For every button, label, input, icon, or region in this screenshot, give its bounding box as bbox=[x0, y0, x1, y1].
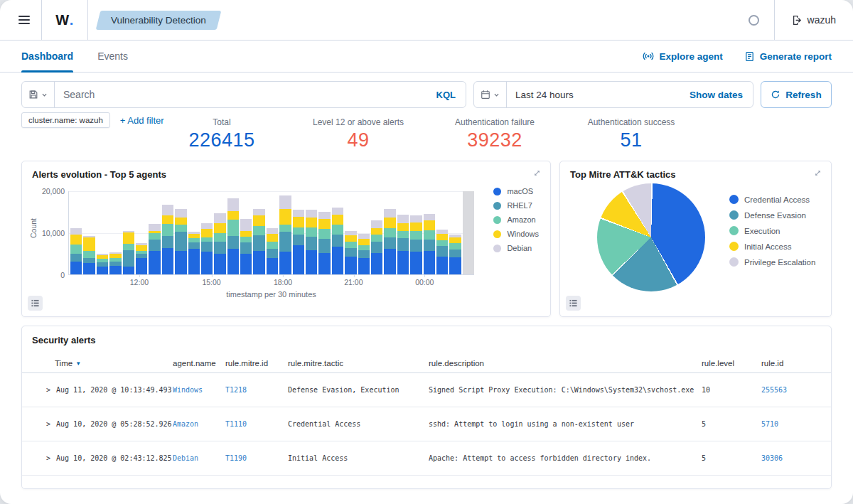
stat-label: Authentication success bbox=[563, 117, 699, 127]
bar-segment-rhel7 bbox=[279, 232, 291, 252]
explore-agent-button[interactable]: Explore agent bbox=[643, 50, 722, 62]
inspect-visualization-button[interactable] bbox=[28, 296, 43, 311]
bar-segment-macos bbox=[162, 248, 173, 274]
legend-item-windows[interactable]: Windows bbox=[493, 230, 539, 238]
bar-segment-macos bbox=[240, 254, 252, 274]
stacked-bar[interactable] bbox=[188, 191, 200, 274]
stacked-bar[interactable] bbox=[318, 191, 330, 274]
bar-plot[interactable] bbox=[68, 191, 474, 275]
legend-label: RHEL7 bbox=[507, 201, 532, 210]
bar-segment-macos bbox=[345, 257, 356, 274]
bar-segment-debian bbox=[397, 215, 409, 222]
legend-item-defense-evasion[interactable]: Defense Evasion bbox=[729, 210, 815, 220]
search-input[interactable] bbox=[55, 89, 426, 100]
agent-name-link[interactable]: Amazon bbox=[173, 420, 225, 428]
stacked-bar[interactable] bbox=[227, 191, 239, 274]
stacked-bar[interactable] bbox=[358, 191, 370, 274]
y-axis-title: Count bbox=[29, 207, 38, 250]
agent-name-link[interactable]: Debian bbox=[173, 454, 225, 462]
agent-name-link[interactable]: Windows bbox=[173, 386, 225, 394]
expand-panel-button[interactable] bbox=[532, 168, 542, 178]
stacked-bar[interactable] bbox=[214, 191, 225, 274]
legend-item-privilege-escalation[interactable]: Privilege Escalation bbox=[729, 257, 815, 267]
show-dates-button[interactable]: Show dates bbox=[680, 90, 753, 100]
stacked-bar[interactable] bbox=[449, 191, 461, 274]
expand-row-caret[interactable]: > bbox=[46, 420, 50, 428]
bar-segment-rhel7 bbox=[371, 242, 382, 252]
legend-item-credential-access[interactable]: Credential Access bbox=[729, 195, 815, 204]
wazuh-logo[interactable]: W. bbox=[42, 12, 87, 28]
stacked-bar[interactable] bbox=[293, 191, 304, 274]
legend-item-debian[interactable]: Debian bbox=[493, 244, 539, 252]
breadcrumb[interactable]: Vulnerability Detection bbox=[96, 11, 222, 30]
query-language-selector[interactable]: KQL bbox=[426, 90, 466, 100]
mitre-id-link[interactable]: T1110 bbox=[225, 420, 288, 428]
incomplete-bucket-bar[interactable] bbox=[463, 191, 474, 274]
rule-id-link[interactable]: 5710 bbox=[761, 420, 821, 428]
stacked-bar[interactable] bbox=[97, 191, 108, 274]
stacked-bar[interactable] bbox=[267, 191, 278, 274]
stacked-bar[interactable] bbox=[410, 191, 422, 274]
legend-item-macos[interactable]: macOS bbox=[493, 187, 539, 195]
stacked-bar[interactable] bbox=[371, 191, 382, 274]
stacked-bar[interactable] bbox=[436, 191, 448, 274]
legend-item-rhel7[interactable]: RHEL7 bbox=[493, 201, 539, 210]
stacked-bar[interactable] bbox=[240, 191, 252, 274]
bar-segment-rhel7 bbox=[188, 242, 200, 249]
expand-row-caret[interactable]: > bbox=[46, 454, 50, 462]
bar-segment-windows bbox=[240, 231, 252, 237]
refresh-button[interactable]: Refresh bbox=[761, 81, 832, 108]
bar-segment-windows bbox=[358, 239, 370, 245]
stats-row: Total226415Level 12 or above alerts49Aut… bbox=[154, 108, 699, 151]
stacked-bar[interactable] bbox=[109, 191, 121, 274]
bar-segment-macos bbox=[109, 266, 121, 274]
bar-segment-windows bbox=[214, 223, 225, 233]
stacked-bar[interactable] bbox=[136, 191, 147, 274]
chevron-down-icon bbox=[493, 92, 500, 98]
column-header-time[interactable]: Time▼ bbox=[46, 359, 173, 368]
stacked-bar[interactable] bbox=[424, 191, 435, 274]
rule-id-link[interactable]: 255563 bbox=[761, 386, 821, 394]
expand-row-caret[interactable]: > bbox=[46, 386, 50, 394]
stacked-bar[interactable] bbox=[279, 191, 291, 274]
tab-events[interactable]: Events bbox=[97, 41, 128, 72]
table-body: >Aug 11, 2020 @ 10:13:49.493WindowsT1218… bbox=[22, 373, 831, 476]
calendar-menu-button[interactable] bbox=[474, 82, 507, 107]
stacked-bar[interactable] bbox=[201, 191, 213, 274]
inspect-visualization-button[interactable] bbox=[566, 296, 581, 311]
saved-query-menu-button[interactable] bbox=[22, 82, 55, 107]
logout-button[interactable]: wazuh bbox=[775, 14, 853, 26]
stacked-bar[interactable] bbox=[306, 191, 317, 274]
stacked-bar[interactable] bbox=[162, 191, 173, 274]
health-status-icon[interactable] bbox=[734, 0, 774, 40]
mitre-id-link[interactable]: T1218 bbox=[225, 386, 288, 394]
stacked-bar[interactable] bbox=[123, 191, 134, 274]
stacked-bar[interactable] bbox=[70, 191, 82, 274]
rule-id-link[interactable]: 30306 bbox=[761, 454, 821, 462]
calendar-icon bbox=[481, 90, 490, 100]
stacked-bar[interactable] bbox=[175, 191, 186, 274]
menu-icon[interactable] bbox=[7, 0, 41, 40]
bar-segment-debian bbox=[201, 223, 213, 230]
bar-segment-macos bbox=[410, 252, 422, 274]
legend-item-amazon[interactable]: Amazon bbox=[493, 215, 539, 224]
stacked-bar[interactable] bbox=[83, 191, 95, 274]
filter-pill[interactable]: cluster.name: wazuh bbox=[21, 112, 110, 128]
legend-item-initial-access[interactable]: Initial Access bbox=[729, 242, 815, 251]
generate-report-button[interactable]: Generate report bbox=[744, 51, 832, 62]
stacked-bar[interactable] bbox=[397, 191, 409, 274]
add-filter-button[interactable]: + Add filter bbox=[120, 115, 164, 126]
bar-segment-macos bbox=[318, 253, 330, 274]
stacked-bar[interactable] bbox=[384, 191, 395, 274]
stacked-bar[interactable] bbox=[345, 191, 356, 274]
mitre-id-link[interactable]: T1190 bbox=[225, 454, 288, 462]
sort-desc-icon: ▼ bbox=[75, 360, 81, 367]
legend-item-execution[interactable]: Execution bbox=[729, 226, 815, 235]
stacked-bar[interactable] bbox=[253, 191, 264, 274]
tab-dashboard[interactable]: Dashboard bbox=[21, 41, 73, 72]
mitre-pie[interactable] bbox=[597, 183, 705, 291]
stacked-bar[interactable] bbox=[149, 191, 160, 274]
stacked-bar[interactable] bbox=[332, 191, 343, 274]
expand-panel-button[interactable] bbox=[813, 168, 822, 178]
time-range-value[interactable]: Last 24 hours bbox=[507, 90, 680, 100]
